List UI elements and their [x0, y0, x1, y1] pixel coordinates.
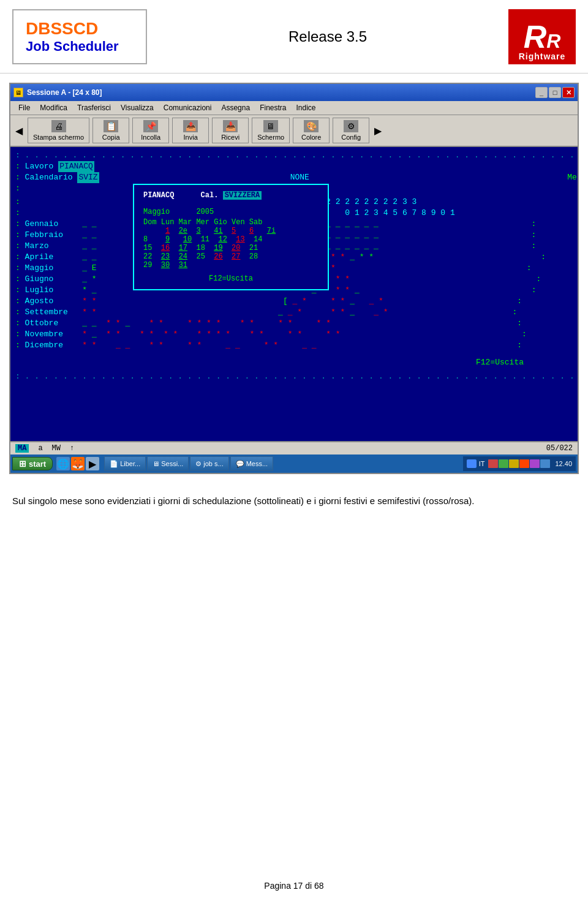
close-button[interactable]: ✕ [562, 87, 575, 98]
config-label: Config [341, 134, 361, 141]
incolla-label: Incolla [141, 134, 160, 141]
menu-finestra[interactable]: Finestra [255, 102, 291, 113]
schermo-icon: 🖥 [263, 120, 278, 132]
clock: 12.40 [555, 460, 572, 467]
taskbar-jobs[interactable]: ⚙job s... [190, 456, 228, 471]
toolbar-schermo[interactable]: 🖥 Schermo [252, 118, 290, 143]
cal-row-1: 1 2e 3 4i 5 6 7i [143, 227, 318, 235]
menu-indice[interactable]: Indice [292, 102, 321, 113]
toolbar-stampa-schermo[interactable]: 🖨 Stampa schermo [28, 118, 89, 143]
menu-assegna[interactable]: Assegna [216, 102, 255, 113]
start-button[interactable]: ⊞ start [12, 457, 53, 470]
brand-logo: RR Rightware [508, 9, 576, 64]
menu-file[interactable]: File [13, 102, 35, 113]
window-controls: _ □ ✕ [535, 87, 575, 98]
window-titlebar: 🖥 Sessione A - [24 x 80] _ □ ✕ [10, 84, 578, 101]
stampa-schermo-label: Stampa schermo [33, 134, 84, 141]
minimize-button[interactable]: _ [535, 87, 548, 98]
cal-title-left: PIANACQ Cal. [143, 191, 223, 200]
taskbar-windows: 📄Liber... 🖥Sessi... ⚙job s... 💬Mess... [104, 456, 273, 471]
copia-icon: 📋 [104, 120, 118, 132]
description: Sul singolo mese sono evidenziati i gior… [12, 496, 475, 506]
taskbar-systray: IT 12.40 [463, 456, 576, 471]
colore-label: Colore [301, 134, 321, 141]
page-label: Pagina 17 di 68 [264, 881, 323, 891]
taskbar: ⊞ start 🌐 🦊 ▶ 📄Liber... 🖥Sessi... ⚙job s… [10, 455, 578, 473]
cal-month-year: Maggio 2005 [143, 208, 318, 216]
terminal-row-1: : Lavoro PIANACQ : [15, 161, 573, 172]
terminal-f12-outer: F12=Uscita [15, 357, 573, 368]
window-icon: 🖥 [13, 88, 23, 97]
toolbar-incolla[interactable]: 📌 Incolla [132, 118, 169, 143]
menu-bar: File Modifica Trasferisci Visualizza Com… [10, 101, 578, 115]
toolbar-copia[interactable]: 📋 Copia [92, 118, 129, 143]
status-left: MA a MW ↑ [15, 444, 74, 453]
taskbar-mess[interactable]: 💬Mess... [230, 456, 273, 471]
release-label: Release 3.5 [147, 28, 508, 45]
copia-label: Copia [102, 134, 120, 141]
cal-days: Dom Lun Mar Mer Gio Ven Sab [143, 218, 318, 227]
terminal-settembre: : Settembre * * _ _ * * * _ _ * : [15, 307, 573, 318]
systray-icons [488, 459, 550, 468]
status-arrow: ↑ [70, 444, 74, 453]
maximize-button[interactable]: □ [549, 87, 561, 98]
status-a: a [38, 444, 42, 453]
menu-visualizza[interactable]: Visualizza [116, 102, 159, 113]
invia-icon: 📤 [183, 120, 198, 132]
terminal-dot-row-bottom: : . . . . . . . . . . . . . . . . . . . … [15, 371, 573, 382]
taskbar-liber[interactable]: 📄Liber... [104, 456, 146, 471]
quick-launch: 🌐 🦊 ▶ [56, 457, 99, 470]
calendar-modal: PIANACQ Cal. SVIZZERA Maggio 2005 Dom Lu… [133, 184, 329, 290]
terminal-area: : . . . . . . . . . . . . . . . . . . . … [10, 147, 578, 441]
invia-label: Invia [184, 134, 198, 141]
pagination: Pagina 17 di 68 [0, 881, 588, 891]
stampa-schermo-icon: 🖨 [51, 120, 66, 132]
cal-f12: F12=Uscita [143, 274, 318, 283]
cal-title-val: SVIZZERA [223, 191, 262, 200]
cal-row-5: 29 30 31 [143, 261, 318, 270]
schermo-label: Schermo [257, 134, 284, 141]
menu-trasferisci[interactable]: Trasferisci [72, 102, 116, 113]
logo-title: DBSSCD [26, 19, 134, 39]
terminal-row-2: : Calendario SVIZ NONE Me : [15, 172, 573, 183]
menu-comunicazioni[interactable]: Comunicazioni [159, 102, 217, 113]
systray-icon-5 [530, 459, 540, 468]
cal-row-3: 15 16 17 18 19 20 21 [143, 244, 318, 252]
page-header: DBSSCD Job Scheduler Release 3.5 RR Righ… [0, 0, 588, 74]
toolbar: ◀ 🖨 Stampa schermo 📋 Copia 📌 Incolla 📤 I… [10, 115, 578, 147]
toolbar-invia[interactable]: 📤 Invia [172, 118, 209, 143]
status-mw: MW [52, 444, 61, 453]
systray-icon-3 [509, 459, 519, 468]
toolbar-config[interactable]: ⚙ Config [333, 118, 369, 143]
toolbar-right-arrow[interactable]: ▶ [372, 125, 383, 137]
media-icon[interactable]: ▶ [86, 457, 99, 470]
config-icon: ⚙ [344, 120, 358, 132]
terminal-dicembre: : Dicembre * * _ _ * * * * _ _ * * _ _ : [15, 340, 573, 351]
start-label: start [29, 459, 46, 469]
ie-icon[interactable]: 🌐 [56, 457, 70, 470]
terminal-f12-row: F12=Uscita [15, 357, 573, 368]
lang-label: IT [479, 460, 485, 467]
description-text: Sul singolo mese sono evidenziati i gior… [0, 483, 588, 515]
terminal-dot-row-top: : . . . . . . . . . . . . . . . . . . . … [15, 150, 573, 161]
cal-title: PIANACQ Cal. SVIZZERA [143, 191, 318, 200]
systray-icon-1 [488, 459, 498, 468]
cal-row-4: 22 23 24 25 26 27 28 [143, 252, 318, 261]
brand-name: Rightware [519, 51, 566, 61]
browser-icon[interactable]: 🦊 [71, 457, 85, 470]
status-bar: MA a MW ↑ 05/022 [10, 441, 578, 455]
toolbar-colore[interactable]: 🎨 Colore [293, 118, 330, 143]
systray-icon-4 [519, 459, 529, 468]
ricevi-label: Ricevi [221, 134, 239, 141]
logo-box: DBSSCD Job Scheduler [12, 9, 147, 64]
terminal-ottobre: : Ottobre _ _ * * _ * * * * * * * * * * … [15, 318, 573, 329]
incolla-icon: 📌 [143, 120, 158, 132]
toolbar-ricevi[interactable]: 📥 Ricevi [212, 118, 249, 143]
status-ma: MA [15, 444, 29, 453]
systray-icon-2 [499, 459, 508, 468]
taskbar-sessi[interactable]: 🖥Sessi... [147, 456, 189, 471]
window-title: Sessione A - [24 x 80] [27, 88, 535, 97]
toolbar-left-arrow[interactable]: ◀ [13, 125, 24, 137]
menu-modifica[interactable]: Modifica [35, 102, 72, 113]
logo-subtitle: Job Scheduler [26, 39, 134, 55]
